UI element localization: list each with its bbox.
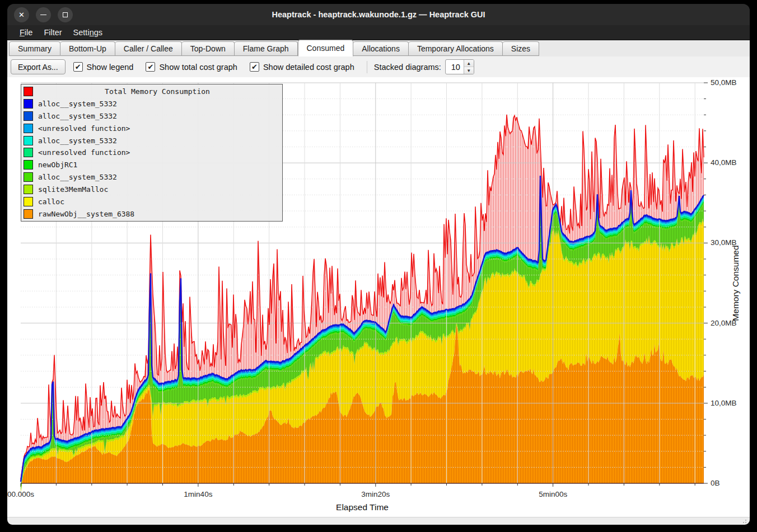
- checkbox-box[interactable]: ✔: [250, 62, 259, 72]
- toolbar: Export As... ✔Show legend✔Show total cos…: [7, 57, 750, 77]
- tab-temporary-allocations[interactable]: Temporary Allocations: [409, 41, 503, 56]
- legend-label: sqlite3MemMalloc: [38, 185, 108, 194]
- legend-swatch: [24, 136, 33, 145]
- y-tick-label: 50,0MB: [711, 78, 737, 87]
- checkbox-label: Show detailed cost graph: [263, 63, 354, 72]
- tab-sizes[interactable]: Sizes: [503, 41, 539, 56]
- legend-label: newObjRC1: [38, 161, 77, 169]
- checkbox-label: Show total cost graph: [159, 63, 237, 72]
- maximize-icon: [63, 12, 68, 17]
- checkbox-box[interactable]: ✔: [73, 62, 83, 72]
- legend-row: <unresolved function>: [21, 122, 282, 134]
- legend-swatch: [24, 111, 33, 121]
- legend-label: alloc__system_5332: [38, 112, 117, 120]
- legend-label: Total Memory Consumption: [38, 87, 277, 96]
- tab-consumed[interactable]: Consumed: [298, 40, 354, 57]
- legend-label: alloc__system_5332: [38, 100, 117, 108]
- menu-item-settings[interactable]: Settings: [68, 27, 108, 38]
- legend-label: <unresolved function>: [38, 148, 130, 157]
- chevron-up-icon: ▲: [466, 61, 471, 66]
- legend-label: alloc__system_5332: [38, 173, 117, 181]
- y-axis-title: Memory Consumed: [731, 245, 741, 321]
- x-tick-label: 3min20s: [361, 490, 390, 498]
- legend-row: sqlite3MemMalloc: [21, 183, 282, 196]
- legend-swatch: [24, 172, 33, 182]
- tab-top-down[interactable]: Top-Down: [182, 41, 235, 56]
- x-tick-label: 00.000s: [7, 490, 34, 498]
- menu-item-filter[interactable]: Filter: [38, 27, 67, 38]
- resize-grip-icon[interactable]: [742, 518, 748, 524]
- legend-label: alloc__system_5332: [38, 136, 117, 145]
- stacked-diagrams-spinbox[interactable]: 10 ▲ ▼: [445, 59, 474, 74]
- legend-title-row: Total Memory Consumption: [21, 86, 282, 98]
- legend-row: rawNewObj__system_6388: [21, 208, 282, 220]
- legend-swatch: [24, 124, 33, 133]
- menu-item-file[interactable]: File: [14, 27, 38, 38]
- y-tick-label: 10,0MB: [711, 399, 737, 407]
- checkbox-show-legend[interactable]: ✔Show legend: [73, 62, 134, 72]
- title-bar[interactable]: ✕ Heaptrack - heaptrack.wakunode.1.gz — …: [7, 4, 750, 25]
- close-icon: ✕: [18, 11, 25, 19]
- status-bar: [7, 517, 750, 525]
- export-as-button[interactable]: Export As...: [11, 59, 66, 74]
- maximize-button[interactable]: [58, 7, 73, 22]
- y-tick-label: 40,0MB: [711, 158, 737, 167]
- tab-bottom-up[interactable]: Bottom-Up: [60, 41, 115, 56]
- spin-up-button[interactable]: ▲: [464, 60, 474, 67]
- legend-row: calloc: [21, 195, 282, 208]
- tab-summary[interactable]: Summary: [9, 41, 60, 56]
- chart-legend: Total Memory Consumptionalloc__system_53…: [21, 84, 283, 222]
- spinbox-buttons: ▲ ▼: [464, 60, 474, 74]
- legend-label: <unresolved function>: [38, 124, 130, 133]
- chevron-down-icon: ▼: [466, 68, 471, 73]
- legend-row: <unresolved function>: [21, 147, 282, 159]
- legend-row: newObjRC1: [21, 159, 282, 171]
- close-button[interactable]: ✕: [14, 7, 29, 22]
- legend-swatch: [24, 209, 33, 219]
- legend-swatch: [24, 99, 33, 109]
- legend-row: alloc__system_5332: [21, 171, 282, 183]
- checkbox-label: Show legend: [87, 63, 134, 72]
- tab-bar: SummaryBottom-UpCaller / CalleeTop-DownF…: [7, 40, 750, 57]
- y-tick-label: 0B: [711, 479, 720, 487]
- menu-bar: FileFilterSettings: [7, 25, 750, 40]
- tab-flame-graph[interactable]: Flame Graph: [235, 41, 298, 56]
- legend-label: rawNewObj__system_6388: [38, 210, 134, 218]
- chart-widget: 00.000s1min40s3min20s5min00s 0B10,0MB20,…: [7, 77, 750, 517]
- app-window: ✕ Heaptrack - heaptrack.wakunode.1.gz — …: [7, 4, 750, 525]
- legend-swatch: [24, 160, 33, 170]
- stacked-diagrams-label: Stacked diagrams:: [374, 63, 441, 72]
- minimize-button[interactable]: [36, 7, 51, 22]
- spinbox-value[interactable]: 10: [446, 60, 464, 74]
- legend-swatch: [24, 185, 33, 194]
- legend-row: alloc__system_5332: [21, 134, 282, 147]
- legend-swatch: [24, 148, 33, 157]
- checkbox-show-detailed-cost-graph[interactable]: ✔Show detailed cost graph: [250, 62, 354, 72]
- legend-row: alloc__system_5332: [21, 98, 282, 110]
- checkbox-show-total-cost-graph[interactable]: ✔Show total cost graph: [146, 62, 237, 72]
- spin-down-button[interactable]: ▼: [464, 67, 474, 74]
- toolbar-separator: [367, 61, 367, 73]
- x-axis-title: Elapsed Time: [336, 502, 389, 512]
- checkbox-group: ✔Show legend✔Show total cost graph✔Show …: [73, 62, 367, 72]
- tab-caller-callee[interactable]: Caller / Callee: [115, 41, 182, 56]
- checkbox-box[interactable]: ✔: [146, 62, 155, 72]
- x-tick-label: 5min00s: [539, 490, 567, 498]
- minimize-icon: [40, 15, 46, 15]
- legend-swatch: [24, 87, 33, 96]
- tab-allocations[interactable]: Allocations: [353, 41, 409, 56]
- legend-row: alloc__system_5332: [21, 110, 282, 123]
- legend-swatch: [24, 197, 33, 206]
- legend-label: calloc: [38, 197, 64, 206]
- x-tick-label: 1min40s: [184, 490, 212, 498]
- window-title: Heaptrack - heaptrack.wakunode.1.gz — He…: [7, 10, 750, 19]
